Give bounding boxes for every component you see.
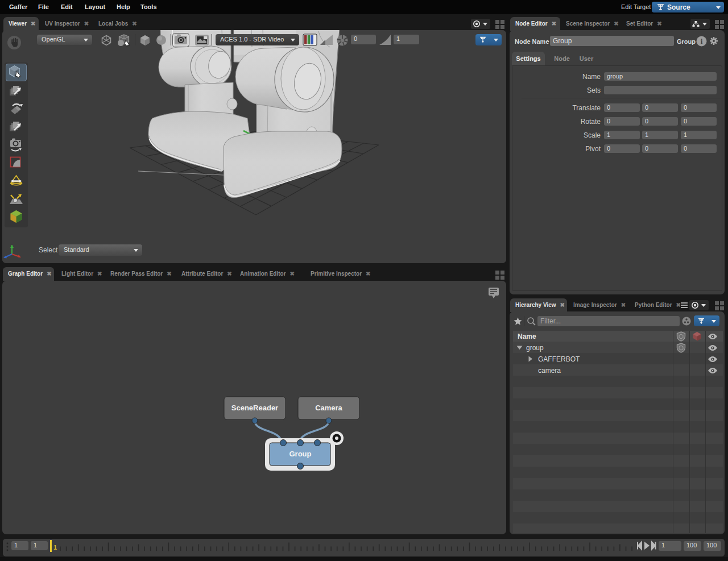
svg-text:1: 1 <box>53 544 57 551</box>
